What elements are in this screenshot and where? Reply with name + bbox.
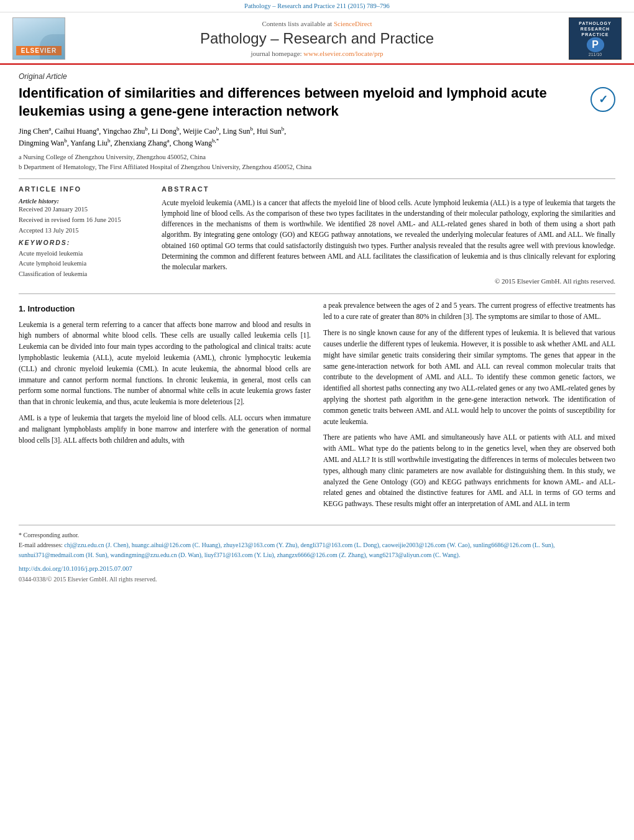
corresponding-label: * Corresponding author.: [19, 530, 615, 540]
col-right-p2: There is no single known cause for any o…: [323, 328, 615, 427]
journal-title-header: Pathology – Research and Practice: [78, 30, 556, 47]
keyword-2: Acute lymphoid leukemia: [19, 259, 143, 269]
affiliation-a: a Nursing College of Zhengzhou Universit…: [19, 152, 615, 162]
elsevier-logo-text: ELSEVIER: [16, 46, 62, 55]
homepage-line: journal homepage: www.elsevier.com/locat…: [78, 50, 556, 57]
crossmark-badge[interactable]: ✓: [590, 87, 615, 112]
journal-header: ELSEVIER Contents lists available at Sci…: [0, 12, 634, 65]
abstract-text: Acute myeloid leukemia (AML) is a cancer…: [162, 198, 615, 273]
col-right: a peak prevalence between the ages of 2 …: [323, 300, 615, 515]
citation-bar: Pathology – Research and Practice 211 (2…: [0, 0, 634, 12]
keyword-1: Acute myeloid leukemia: [19, 249, 143, 259]
article-info-title: ARTICLE INFO: [19, 185, 143, 193]
history-label: Article history:: [19, 198, 143, 205]
keyword-3: Classification of leukemia: [19, 269, 143, 280]
col-left-p1: Leukemia is a general term referring to …: [19, 320, 311, 408]
divider-2: [19, 293, 615, 294]
issn-line: 0344-0338/© 2015 Elsevier GmbH. All righ…: [19, 575, 615, 584]
affiliation-b: b Department of Hematology, The First Af…: [19, 162, 615, 172]
article-info: ARTICLE INFO Article history: Received 2…: [19, 185, 143, 285]
col-left-p2: AML is a type of leukemia that targets t…: [19, 413, 311, 446]
authors-line: Jing Chena, Caihui Huanga, Yingchao Zhub…: [19, 125, 615, 149]
revised-date: Received in revised form 16 June 2015: [19, 216, 143, 223]
keywords-section: Keywords: Acute myeloid leukemia Acute l…: [19, 239, 143, 280]
article-type-label: Original Article: [19, 72, 615, 81]
article-title: Identification of similarities and diffe…: [19, 85, 590, 120]
sciencedirect-link[interactable]: ScienceDirect: [334, 20, 372, 27]
citation-text: Pathology – Research and Practice 211 (2…: [244, 2, 390, 9]
abstract-section: ABSTRACT Acute myeloid leukemia (AML) is…: [162, 185, 615, 285]
abstract-title: ABSTRACT: [162, 185, 615, 193]
page: Pathology – Research and Practice 211 (2…: [0, 0, 634, 840]
email-label: E-mail addresses:: [19, 542, 63, 548]
info-section: ARTICLE INFO Article history: Received 2…: [19, 185, 615, 285]
email-line: E-mail addresses: chj@zzu.edu.cn (J. Che…: [19, 540, 615, 560]
col-right-p1: a peak prevalence between the ages of 2 …: [323, 300, 615, 323]
col-right-p3: There are patients who have AML and simu…: [323, 432, 615, 510]
pr-logo-top: PATHOLOGY RESEARCH PRACTICE: [579, 21, 611, 37]
article-columns: 1. Introduction Leukemia is a general te…: [19, 300, 615, 515]
section-1-title: 1. Introduction: [19, 303, 311, 315]
affiliations: a Nursing College of Zhengzhou Universit…: [19, 152, 615, 172]
title-row: Identification of similarities and diffe…: [19, 85, 615, 120]
elsevier-journal-logo: ELSEVIER: [12, 17, 65, 60]
doi-line[interactable]: http://dx.doi.org/10.1016/j.prp.2015.07.…: [19, 564, 615, 575]
divider-1: [19, 178, 615, 179]
email-values: chj@zzu.edu.cn (J. Chen), huangc.aihui@1…: [19, 542, 555, 558]
pr-logo-bottom: 211/10: [589, 52, 602, 57]
accepted-date: Accepted 13 July 2015: [19, 227, 143, 234]
homepage-url[interactable]: www.elsevier.com/locate/prp: [303, 50, 383, 57]
article-body: Original Article Identification of simil…: [0, 65, 634, 597]
copyright-line: © 2015 Elsevier GmbH. All rights reserve…: [162, 277, 615, 285]
pr-logo-box: PATHOLOGY RESEARCH PRACTICE P 211/10: [569, 17, 622, 60]
header-center: Contents lists available at ScienceDirec…: [65, 20, 569, 57]
col-left: 1. Introduction Leukemia is a general te…: [19, 300, 311, 515]
contents-line: Contents lists available at ScienceDirec…: [78, 20, 556, 27]
pr-logo-circle: P: [587, 37, 604, 52]
received-date: Received 20 January 2015: [19, 206, 143, 213]
footnote-area: * Corresponding author. E-mail addresses…: [19, 525, 615, 584]
keywords-label: Keywords:: [19, 239, 143, 246]
